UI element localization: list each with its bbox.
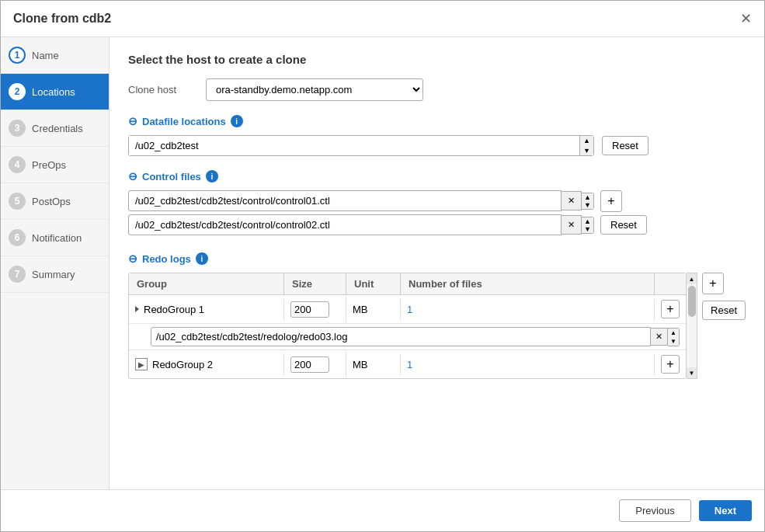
redo-log-scroll-down-1[interactable]: ▼ [668, 337, 679, 346]
datafile-input-wrapper: ▲ ▼ [128, 135, 594, 156]
redo-group-1-size [284, 297, 346, 322]
redo-log-scroll-up-1[interactable]: ▲ [668, 329, 679, 337]
clone-host-row: Clone host ora-standby.demo.netapp.com [128, 78, 746, 101]
sidebar-label-credentials: Credentials [32, 123, 83, 134]
sidebar-item-name[interactable]: 1 Name [1, 37, 109, 74]
sidebar-item-summary[interactable]: 7 Summary [1, 256, 109, 293]
clone-host-label: Clone host [128, 84, 206, 96]
cf-input-2[interactable] [128, 214, 562, 235]
redo-col-size: Size [284, 273, 346, 294]
datafile-scroll-btns: ▲ ▼ [579, 136, 593, 155]
cf-remove-1[interactable]: ✕ [562, 191, 582, 210]
redo-group-2: ▶ RedoGroup 2 MB 1 [129, 350, 686, 378]
sidebar: 1 Name 2 Locations 3 Credentials 4 PreOp… [1, 37, 110, 489]
sidebar-label-preops: PreOps [32, 159, 66, 171]
redo-scroll-top[interactable]: ▲ [687, 273, 697, 284]
control-files-label: Control files [142, 171, 201, 183]
redo-group-2-name-cell: ▶ RedoGroup 2 [129, 353, 284, 375]
redo-table: Group Size Unit Number of files Red [128, 273, 687, 379]
close-button[interactable]: ✕ [740, 10, 752, 27]
redo-group-2-name: RedoGroup 2 [152, 359, 213, 370]
redo-group-1-name-cell: RedoGroup 1 [129, 299, 284, 320]
control-file-row-2: ✕ ▲ ▼ [128, 214, 594, 235]
previous-button[interactable]: Previous [619, 499, 691, 522]
datafile-input[interactable] [129, 136, 579, 155]
checkbox-group-2[interactable]: ▶ [135, 358, 148, 370]
cf-scroll-up-1[interactable]: ▲ [582, 193, 593, 201]
datafile-scroll-up[interactable]: ▲ [580, 136, 593, 146]
cf-scroll-down-2[interactable]: ▼ [582, 225, 593, 233]
dialog-body: 1 Name 2 Locations 3 Credentials 4 PreOp… [1, 37, 764, 489]
sidebar-num-4: 4 [9, 156, 26, 173]
redo-scrollbar: ▲ ▼ [687, 273, 697, 379]
datafile-label: Datafile locations [142, 116, 226, 127]
redo-group-1-name: RedoGroup 1 [144, 304, 204, 315]
redo-add-group-btn[interactable]: + [702, 273, 724, 294]
redo-col-numfiles: Number of files [401, 273, 655, 294]
datafile-header: ⊖ Datafile locations i [128, 115, 746, 127]
datafile-info-icon[interactable]: i [231, 115, 243, 127]
expand-icon-1[interactable] [135, 306, 139, 312]
redo-group-1-size-input[interactable] [290, 301, 329, 318]
redo-scroll-thumb[interactable] [688, 286, 696, 317]
redo-logs-section: ⊖ Redo logs i Group Size Unit Number of … [128, 252, 746, 379]
redo-group-2-numfiles-link[interactable]: 1 [407, 359, 412, 370]
clone-host-select[interactable]: ora-standby.demo.netapp.com [206, 78, 423, 101]
redo-group-1-unit: MB [346, 299, 401, 320]
redo-log-scroll-1: ▲ ▼ [668, 328, 680, 346]
cf-scroll-down-1[interactable]: ▼ [582, 201, 593, 209]
sidebar-num-1: 1 [9, 47, 26, 64]
sidebar-label-postops: PostOps [32, 196, 71, 207]
sidebar-item-credentials[interactable]: 3 Credentials [1, 110, 109, 147]
cf-remove-2[interactable]: ✕ [562, 215, 582, 235]
sidebar-item-notification[interactable]: 6 Notification [1, 220, 109, 256]
dialog-header: Clone from cdb2 ✕ [1, 1, 764, 37]
sidebar-item-locations[interactable]: 2 Locations [1, 74, 109, 110]
sidebar-num-5: 5 [9, 193, 26, 210]
redo-right-btns: + Reset [702, 273, 746, 379]
cf-collapse-icon[interactable]: ⊖ [128, 170, 137, 183]
redo-table-header: Group Size Unit Number of files [129, 273, 686, 295]
redo-col-group: Group [129, 273, 284, 294]
cf-info-icon[interactable]: i [206, 170, 218, 183]
redo-col-unit: Unit [346, 273, 401, 294]
redo-group-2-add-btn[interactable]: + [661, 355, 680, 374]
sidebar-item-preops[interactable]: 4 PreOps [1, 147, 109, 183]
redo-group-2-unit: MB [346, 354, 401, 375]
redo-group-1-add-btn[interactable]: + [661, 300, 680, 318]
redo-group-1-numfiles: 1 [401, 299, 655, 320]
control-file-inputs: ✕ ▲ ▼ ✕ ▲ ▼ [128, 190, 594, 238]
cf-reset-button[interactable]: Reset [600, 215, 647, 235]
redo-collapse-icon[interactable]: ⊖ [128, 252, 137, 265]
redo-log-input-1[interactable] [151, 327, 651, 346]
redo-group-2-addrow: + [655, 350, 686, 378]
cf-scroll-up-2[interactable]: ▲ [582, 217, 593, 225]
cf-input-1[interactable] [128, 190, 562, 211]
page-title: Select the host to create a clone [128, 53, 746, 66]
main-content: Select the host to create a clone Clone … [110, 37, 764, 489]
sidebar-num-7: 7 [9, 266, 26, 283]
cf-add-button[interactable]: + [600, 190, 622, 212]
control-files-section: ⊖ Control files i ✕ ▲ ▼ [128, 170, 746, 238]
collapse-icon[interactable]: ⊖ [128, 115, 137, 127]
redo-group-1-header: RedoGroup 1 MB 1 + [129, 295, 686, 324]
sidebar-label-locations: Locations [32, 86, 75, 98]
sidebar-label-summary: Summary [32, 269, 75, 280]
datafile-scroll-down[interactable]: ▼ [580, 146, 593, 156]
cf-scroll-1: ▲ ▼ [582, 193, 594, 210]
redo-reset-btn[interactable]: Reset [702, 301, 746, 320]
redo-col-action [655, 273, 686, 294]
redo-group-1-numfiles-link[interactable]: 1 [407, 304, 412, 315]
redo-log-remove-1[interactable]: ✕ [651, 328, 668, 346]
redo-scroll-bottom[interactable]: ▼ [687, 367, 697, 378]
cf-scroll-2: ▲ ▼ [582, 217, 594, 234]
cf-add-reset: + Reset [600, 190, 647, 238]
redo-group-2-size-input[interactable] [290, 356, 329, 373]
sidebar-item-postops[interactable]: 5 PostOps [1, 183, 109, 220]
next-button[interactable]: Next [699, 500, 752, 521]
datafile-reset-button[interactable]: Reset [602, 136, 649, 155]
redo-info-icon[interactable]: i [196, 252, 208, 265]
clone-dialog: Clone from cdb2 ✕ 1 Name 2 Locations 3 C… [0, 0, 765, 532]
redo-log-row-1: ✕ ▲ ▼ [129, 324, 686, 349]
redo-group-1-addrow: + [655, 295, 686, 323]
